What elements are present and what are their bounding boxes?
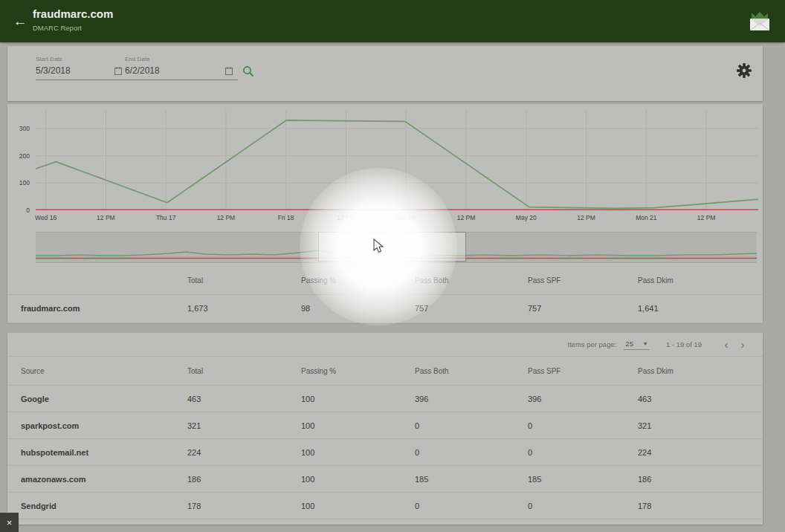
calendar-icon[interactable] (225, 67, 233, 75)
pass-both-cell: 185 (415, 475, 428, 484)
source-name: sparkpost.com (21, 421, 79, 430)
summary-pass-dkim: 1,641 (638, 304, 659, 313)
items-per-page-value: 25 (625, 340, 633, 348)
total-cell: 178 (187, 502, 201, 510)
summary-table-header: Total Passing % Pass Both Pass SPF Pass … (7, 266, 763, 295)
col-total: Total (187, 367, 203, 375)
summary-col-pass-both: Pass Both (415, 276, 449, 285)
passing-cell: 100 (301, 475, 314, 484)
total-cell: 463 (187, 395, 201, 403)
source-name: hubspotemail.net (21, 448, 88, 457)
source-name: amazonaws.com (21, 475, 85, 484)
source-name: Google (21, 395, 49, 403)
y-tick-label: 100 (10, 179, 30, 186)
col-pass-both: Pass Both (415, 367, 449, 375)
summary-passing: 98 (301, 304, 310, 313)
pass-dkim-cell: 321 (638, 421, 651, 430)
y-tick-label: 300 (10, 125, 30, 132)
pass-spf-cell: 185 (528, 475, 541, 484)
col-passing: Passing % (301, 367, 336, 375)
x-tick-label: 12 PM (204, 214, 248, 221)
passing-cell: 100 (301, 421, 314, 430)
total-cell: 186 (187, 475, 201, 484)
pass-dkim-cell: 178 (638, 502, 651, 510)
pass-dkim-cell: 186 (638, 475, 651, 484)
chart-brush (36, 232, 757, 263)
pass-both-cell: 0 (415, 502, 419, 510)
table-row-google[interactable]: Google 463 100 396 396 463 (7, 386, 763, 412)
summary-domain: fraudmarc.com (21, 304, 80, 313)
start-date-label: Start Date (36, 56, 62, 62)
date-filter-toolbar: Start Date 5/3/2018 End Date 6/2/2018 (7, 46, 763, 101)
back-arrow-icon[interactable]: ← (10, 12, 30, 31)
next-page-button[interactable]: › (734, 338, 751, 351)
main-chart-plot (36, 110, 758, 210)
x-tick-label: Thu 17 (143, 214, 188, 221)
x-tick-label: Mon 21 (624, 214, 668, 221)
summary-col-pass-dkim: Pass Dkim (638, 276, 673, 285)
items-per-page-label: Items per page: (567, 340, 616, 348)
pass-spf-cell: 396 (528, 395, 541, 403)
dmarc-report-page: ← fraudmarc.com DMARC Report Start Date … (0, 0, 785, 532)
pass-spf-cell: 0 (528, 502, 532, 510)
end-date-input[interactable]: 6/2/2018 (125, 65, 160, 76)
gear-icon[interactable] (736, 62, 752, 79)
pass-both-cell: 0 (415, 421, 419, 430)
summary-table-row: fraudmarc.com 1,673 98 757 757 1,641 (7, 294, 763, 323)
x-tick-label: May 20 (504, 214, 549, 221)
col-source: Source (21, 367, 45, 375)
passing-cell: 100 (301, 395, 314, 403)
sources-table-header: Source Total Passing % Pass Both Pass SP… (7, 357, 763, 386)
x-tick-label: 12 PM (564, 214, 609, 221)
x-tick-label: 12 PM (83, 214, 128, 221)
summary-col-total: Total (187, 276, 203, 285)
pass-dkim-cell: 463 (638, 395, 651, 403)
table-row-amazonaws[interactable]: amazonaws.com 186 100 185 185 186 (7, 466, 763, 493)
table-row-hubspotemail[interactable]: hubspotemail.net 224 100 0 0 224 (7, 439, 763, 466)
total-cell: 224 (187, 448, 201, 457)
app-header: ← fraudmarc.com DMARC Report (0, 0, 785, 42)
brush-selection-window[interactable] (318, 232, 466, 262)
y-tick-label: 200 (10, 152, 30, 160)
summary-col-passing: Passing % (301, 276, 336, 285)
x-tick-label: Fri 18 (264, 214, 308, 221)
y-tick-label: 0 (10, 207, 30, 214)
pass-spf-cell: 0 (528, 421, 532, 430)
pagination-bar: Items per page: 25 ▾ 1 - 19 of 19 ‹ › (7, 333, 763, 357)
summary-pass-spf: 757 (528, 304, 541, 313)
previous-page-button[interactable]: ‹ (718, 338, 734, 351)
date-fields-underline (36, 80, 238, 80)
pass-dkim-cell: 224 (638, 448, 651, 457)
summary-total: 1,673 (187, 304, 208, 313)
col-pass-spf: Pass SPF (528, 367, 561, 375)
total-cell: 321 (187, 421, 201, 430)
passing-cell: 100 (301, 502, 314, 510)
items-per-page-select[interactable]: 25 ▾ (624, 340, 650, 350)
x-tick-label: Wed 16 (24, 214, 68, 221)
traffic-chart-card: 0100200300 Wed 1612 PMThu 1712 PMFri 181… (7, 104, 763, 322)
pass-both-cell: 0 (415, 448, 419, 457)
table-row-sendgrid[interactable]: Sendgrid 178 100 0 0 178 (7, 493, 763, 519)
x-tick-label: 12 PM (444, 214, 488, 221)
summary-pass-both: 757 (415, 304, 428, 313)
x-tick-label: 12 PM (323, 214, 368, 221)
sources-table-card: Items per page: 25 ▾ 1 - 19 of 19 ‹ › So… (7, 333, 763, 525)
pagination-range-label: 1 - 19 of 19 (666, 340, 702, 348)
close-icon[interactable]: × (0, 513, 19, 532)
x-tick-label: Sat 19 (384, 214, 428, 221)
source-name: Sendgrid (21, 502, 56, 510)
calendar-icon[interactable] (114, 67, 122, 75)
col-pass-dkim: Pass Dkim (638, 367, 673, 375)
start-date-input[interactable]: 5/3/2018 (36, 65, 71, 76)
open-envelope-icon (746, 10, 773, 32)
pass-both-cell: 396 (415, 395, 428, 403)
page-subtitle: DMARC Report (33, 24, 82, 32)
summary-col-pass-spf: Pass SPF (528, 276, 561, 285)
pass-spf-cell: 0 (528, 448, 532, 457)
end-date-label: End Date (125, 56, 149, 62)
page-title: fraudmarc.com (33, 7, 113, 20)
search-icon[interactable] (242, 65, 254, 77)
x-tick-label: 12 PM (684, 214, 729, 221)
table-row-sparkpost[interactable]: sparkpost.com 321 100 0 0 321 (7, 412, 763, 439)
chevron-down-icon: ▾ (644, 340, 647, 347)
